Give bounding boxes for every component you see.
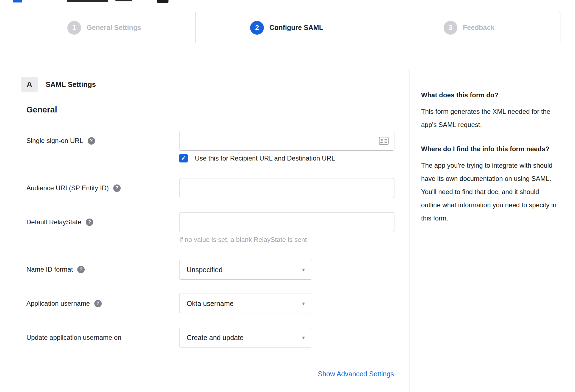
update-app-username-value: Create and update <box>187 334 244 342</box>
wizard-stepper: 1 General Settings 2 Configure SAML 3 Fe… <box>13 12 560 43</box>
step-configure-saml[interactable]: 2 Configure SAML <box>195 12 378 43</box>
help-icon[interactable]: ? <box>94 300 102 307</box>
general-section-heading: General <box>26 105 57 114</box>
chevron-down-icon: ▾ <box>302 266 305 273</box>
step-number-badge: 2 <box>250 21 264 35</box>
sidebar-question-2: Where do I find the info this form needs… <box>421 143 560 154</box>
contact-card-icon <box>379 137 389 145</box>
sidebar-answer-2: The app you're trying to integrate with … <box>421 159 560 225</box>
step-feedback[interactable]: 3 Feedback <box>378 12 560 43</box>
update-app-username-label-row: Update application username on <box>26 332 121 344</box>
relay-state-input[interactable] <box>179 212 394 232</box>
recipient-url-checkbox-label[interactable]: Use this for Recipient URL and Destinati… <box>195 154 335 162</box>
app-username-label-row: Application username ? <box>26 297 102 310</box>
relay-state-label: Default RelayState <box>26 216 81 228</box>
step-number-badge: 3 <box>444 21 457 35</box>
page-title-fragment <box>157 0 168 3</box>
section-a-badge: A <box>21 77 38 92</box>
help-icon[interactable]: ? <box>113 184 121 192</box>
card-title: SAML Settings <box>46 77 96 92</box>
sidebar-question-1: What does this form do? <box>421 90 560 101</box>
recipient-url-checkbox-row: ✓ Use this for Recipient URL and Destina… <box>179 154 335 162</box>
chevron-down-icon: ▾ <box>302 300 305 307</box>
app-username-select[interactable]: Okta username ▾ <box>179 294 312 313</box>
page-title-fragment <box>67 0 108 2</box>
step-label: Configure SAML <box>269 24 323 32</box>
audience-uri-label: Audience URI (SP Entity ID) <box>26 182 109 194</box>
update-app-username-label: Update application username on <box>26 332 121 344</box>
show-advanced-settings-link[interactable]: Show Advanced Settings <box>318 368 394 380</box>
sidebar-answer-1: This form generates the XML needed for t… <box>421 105 560 131</box>
sso-url-label-row: Single sign-on URL ? <box>26 135 95 147</box>
sso-url-label: Single sign-on URL <box>26 135 83 147</box>
configure-saml-page: 1 General Settings 2 Configure SAML 3 Fe… <box>0 0 575 392</box>
name-id-format-select[interactable]: Unspecified ▾ <box>179 260 312 280</box>
saml-settings-card: A SAML Settings General Single sign-on U… <box>13 69 410 392</box>
app-username-label: Application username <box>26 297 90 310</box>
step-label: General Settings <box>87 24 141 32</box>
checkmark-icon: ✓ <box>181 155 186 162</box>
name-id-format-label: Name ID format <box>26 263 73 275</box>
sso-url-input[interactable] <box>179 131 394 151</box>
help-icon[interactable]: ? <box>88 137 95 145</box>
page-title-fragment <box>115 0 132 1</box>
help-sidebar: What does this form do? This form genera… <box>421 90 560 225</box>
relay-state-label-row: Default RelayState ? <box>26 216 93 228</box>
name-id-format-value: Unspecified <box>187 266 223 274</box>
audience-uri-input[interactable] <box>179 178 394 198</box>
help-icon[interactable]: ? <box>86 219 93 226</box>
audience-uri-label-row: Audience URI (SP Entity ID) ? <box>26 182 121 194</box>
chevron-down-icon: ▾ <box>302 334 305 341</box>
update-app-username-select[interactable]: Create and update ▾ <box>179 328 312 347</box>
relay-state-helper-text: If no value is set, a blank RelayState i… <box>179 236 307 244</box>
name-id-format-label-row: Name ID format ? <box>26 263 85 275</box>
step-general-settings[interactable]: 1 General Settings <box>13 12 195 43</box>
recipient-url-checkbox[interactable]: ✓ <box>179 154 188 162</box>
step-label: Feedback <box>463 24 494 32</box>
app-username-value: Okta username <box>187 300 234 308</box>
step-number-badge: 1 <box>67 21 81 35</box>
page-title-fragment <box>13 0 22 2</box>
help-icon[interactable]: ? <box>77 266 85 273</box>
